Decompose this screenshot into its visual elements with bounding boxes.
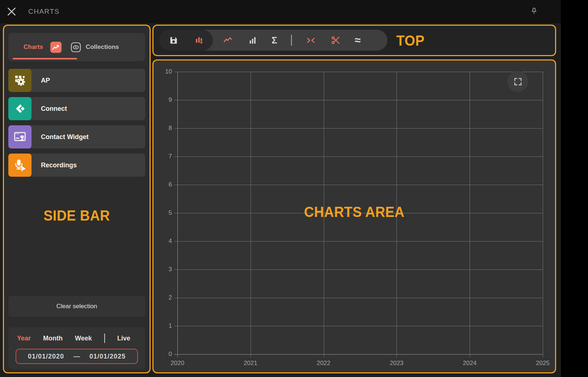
y-axis-tick-label: 9 (169, 96, 172, 104)
tab-charts[interactable]: Charts (24, 43, 43, 51)
y-axis-tick-label: 3 (169, 266, 172, 273)
sidebar: Charts Collections (3, 25, 151, 373)
y-axis-tick-label: 7 (169, 153, 172, 160)
microphone-play-icon (8, 154, 32, 177)
approximation-icon[interactable]: ≈ (355, 35, 361, 46)
save-icon[interactable] (168, 35, 179, 46)
chart-plot: 109876543210 202020212022202320242025 (177, 72, 543, 354)
top-toolbar-region: Σ ≈ TOP (152, 25, 556, 56)
chart-toolbar: Σ ≈ (159, 30, 387, 51)
y-axis-tick-label: 2 (169, 294, 172, 301)
period-tab-month[interactable]: Month (43, 335, 63, 342)
y-axis-tick-label: 6 (169, 181, 172, 188)
y-axis-tick-label: 0 (169, 351, 172, 358)
tab-collections[interactable]: Collections (86, 43, 119, 51)
close-icon[interactable] (5, 5, 18, 18)
toolbar-icons: Σ ≈ (213, 35, 370, 46)
clear-selection-button[interactable]: Clear selection (8, 296, 145, 317)
active-tab-underline (13, 58, 77, 59)
sidebar-spacer (8, 177, 145, 296)
trending-up-icon[interactable] (50, 42, 62, 53)
list-item-label: Connect (41, 105, 67, 113)
period-tab-week[interactable]: Week (75, 335, 92, 342)
sidebar-tab-bar: Charts Collections (8, 33, 145, 61)
x-axis-tick-label: 2023 (390, 360, 403, 367)
list-item-label: Recordings (41, 162, 77, 169)
toolbar-divider (291, 35, 292, 46)
chart-source-list: AP Connect (8, 69, 145, 177)
x-axis-tick-label: 2024 (463, 360, 476, 367)
y-axis-tick-label: 8 (169, 125, 172, 132)
x-axis-tick-label: 2020 (171, 360, 184, 367)
column-chart-icon[interactable] (247, 35, 258, 46)
date-range-field[interactable]: 01/01/2020 — 01/01/2025 (16, 349, 138, 364)
title-bar: CHARTS (0, 0, 561, 23)
candlestick-chart-icon[interactable] (193, 35, 204, 46)
h-gridline (177, 354, 543, 355)
list-item-connect[interactable]: Connect (8, 97, 145, 120)
support-window-icon (8, 125, 32, 148)
list-item-ap[interactable]: AP (8, 69, 145, 92)
eye-icon[interactable] (70, 42, 81, 53)
period-tab-live[interactable]: Live (117, 335, 130, 342)
gear-grid-icon (8, 69, 32, 92)
sum-icon[interactable]: Σ (272, 35, 277, 45)
annotation-top-label: TOP (396, 32, 424, 49)
date-range-end: 01/01/2025 (89, 353, 126, 360)
y-axis-tick-label: 1 (169, 322, 172, 330)
time-range-panel: Year Month Week Live 01/01/2020 — 01/01/… (8, 327, 145, 369)
period-tabs: Year Month Week Live (16, 334, 138, 343)
list-item-label: AP (41, 77, 50, 84)
x-axis-tick-label: 2022 (317, 360, 331, 367)
x-axis-tick-label: 2021 (244, 360, 257, 367)
page-title: CHARTS (28, 0, 60, 23)
fullscreen-button[interactable] (507, 71, 528, 92)
app-window: CHARTS Charts Collections (0, 0, 561, 377)
period-tab-year[interactable]: Year (17, 335, 31, 342)
chevron-diamond-icon (8, 97, 32, 120)
charts-area: 109876543210 202020212022202320242025 CH… (152, 59, 556, 373)
toolbar-active-segment (159, 30, 213, 51)
list-item-label: Contact Widget (41, 133, 89, 141)
v-gridline (543, 72, 543, 354)
period-tabs-divider (104, 334, 105, 343)
list-item-recordings[interactable]: Recordings (8, 154, 145, 177)
y-axis-tick-label: 4 (169, 238, 172, 245)
line-chart-icon[interactable] (222, 35, 233, 46)
collapse-horizontal-icon[interactable] (306, 35, 316, 46)
date-range-start: 01/01/2020 (28, 353, 64, 360)
x-axis-tick-label: 2025 (536, 360, 550, 367)
date-range-separator: — (74, 353, 80, 360)
list-item-contact-widget[interactable]: Contact Widget (8, 125, 145, 148)
cut-icon[interactable] (330, 35, 341, 46)
y-axis-tick-label: 10 (165, 68, 172, 75)
pin-icon[interactable] (527, 5, 541, 18)
y-axis-tick-label: 5 (169, 209, 172, 217)
x-axis-labels: 202020212022202320242025 (177, 72, 543, 354)
